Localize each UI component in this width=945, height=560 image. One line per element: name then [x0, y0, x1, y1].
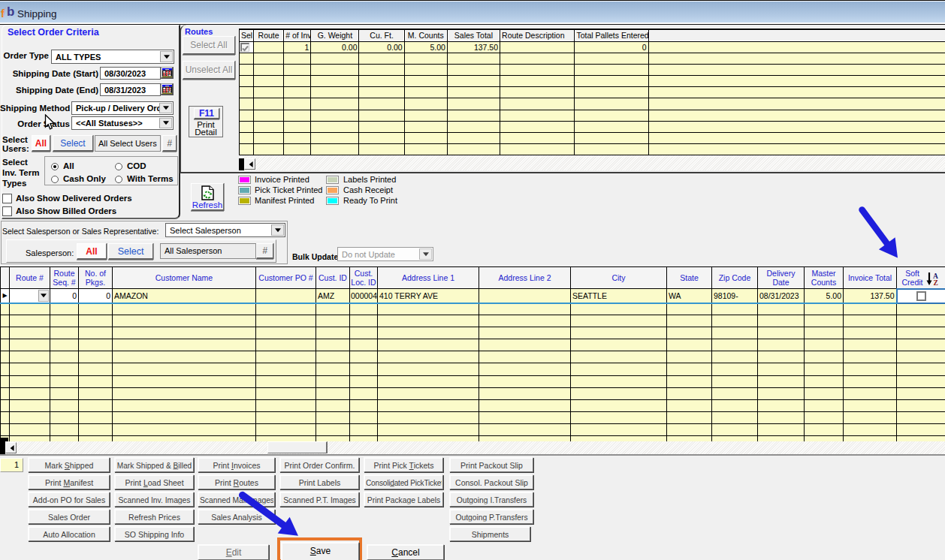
svg-text:Z: Z [934, 279, 938, 287]
